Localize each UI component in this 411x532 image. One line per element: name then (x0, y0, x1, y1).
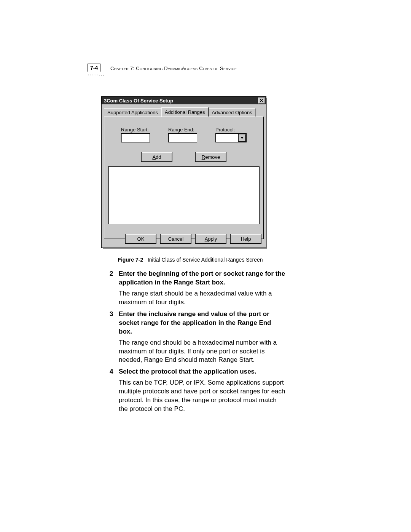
dialog-title: 3Com Class Of Service Setup (104, 98, 173, 104)
figure-caption-text: Initial Class of Service Additional Rang… (148, 257, 263, 263)
dialog-button-row: OK Cancel Apply Help (125, 234, 261, 244)
add-button-rest: dd (156, 154, 161, 160)
apply-button-hotkey: A (205, 236, 208, 242)
page-number-box: 7-4 (88, 64, 100, 72)
figure-label: Figure 7-2 (118, 257, 143, 263)
range-end-field: Range End: (168, 127, 197, 142)
range-start-field: Range Start: (121, 127, 150, 142)
step-4: 4 Select the protocol that the applicati… (110, 367, 285, 414)
step-3: 3 Enter the inclusive range end value of… (110, 310, 285, 365)
close-icon: ✕ (260, 98, 263, 103)
range-start-input[interactable] (121, 133, 150, 142)
range-start-label: Range Start: (121, 127, 149, 133)
close-button[interactable]: ✕ (258, 97, 265, 104)
protocol-label: Protocol: (215, 127, 235, 133)
tab-additional-ranges[interactable]: Additional Ranges (161, 107, 209, 117)
dialog-titlebar: 3Com Class Of Service Setup ✕ (102, 97, 266, 104)
ranges-listbox[interactable] (108, 166, 260, 224)
svg-marker-0 (241, 137, 244, 139)
step-number: 2 (110, 270, 119, 307)
apply-button[interactable]: Apply (195, 234, 226, 244)
protocol-combobox[interactable] (215, 133, 247, 142)
step-number: 4 (110, 367, 119, 414)
figure-caption: Figure 7-2 Initial Class of Service Addi… (110, 257, 270, 263)
cancel-button[interactable]: Cancel (160, 234, 191, 244)
step-body: The range end should be a hexadecimal nu… (119, 339, 285, 365)
document-page: 7-4 Chapter 7: Configuring DynamicAccess… (0, 0, 411, 532)
chapter-heading-b: Access Class of Service (182, 66, 237, 71)
protocol-field: Protocol: (215, 127, 247, 142)
range-end-label: Range End: (168, 127, 194, 133)
field-row: Range Start: Range End: Protocol: (104, 127, 263, 142)
step-heading: Enter the beginning of the port or socke… (119, 270, 285, 287)
step-2: 2 Enter the beginning of the port or soc… (110, 270, 285, 307)
tab-supported-applications[interactable]: Supported Applications (104, 108, 161, 117)
step-number: 3 (110, 310, 119, 365)
add-button-hotkey: A (152, 154, 156, 160)
remove-button-rest: emove (205, 154, 220, 160)
add-remove-row: Add Remove (104, 152, 263, 162)
tab-panel-additional-ranges: Range Start: Range End: Protocol: (104, 117, 264, 239)
add-button[interactable]: Add (141, 152, 172, 162)
tab-strip: Supported Applications Additional Ranges… (104, 107, 264, 117)
cos-setup-dialog: 3Com Class Of Service Setup ✕ Supported … (101, 96, 266, 248)
step-heading: Select the protocol that the application… (119, 367, 285, 376)
decorative-dots: ·····... (88, 72, 105, 77)
ok-button[interactable]: OK (125, 234, 156, 244)
step-body: The range start should be a hexadecimal … (119, 289, 285, 307)
remove-button-hotkey: R (202, 154, 205, 160)
chapter-heading-a: Chapter 7: Configuring Dynamic (110, 66, 182, 71)
help-button[interactable]: Help (230, 234, 261, 244)
chevron-down-icon (241, 137, 244, 139)
step-body: This can be TCP, UDP, or IPX. Some appli… (119, 379, 285, 414)
apply-button-rest: pply (208, 236, 217, 242)
instruction-steps: 2 Enter the beginning of the port or soc… (110, 267, 285, 414)
range-end-input[interactable] (168, 133, 197, 142)
tab-advanced-options[interactable]: Advanced Options (209, 108, 256, 117)
chapter-heading: Chapter 7: Configuring DynamicAccess Cla… (110, 66, 237, 71)
step-heading: Enter the inclusive range end value of t… (119, 310, 285, 336)
protocol-dropdown-button[interactable] (238, 134, 246, 142)
remove-button[interactable]: Remove (195, 152, 226, 162)
